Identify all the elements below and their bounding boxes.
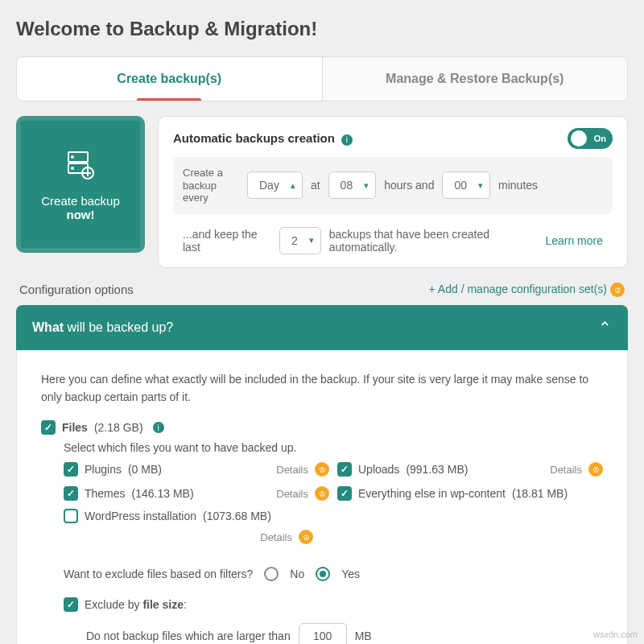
chevron-up-icon: ⌃	[598, 318, 612, 337]
wordpress-install-size: (1073.68 MB)	[203, 510, 271, 522]
learn-more-link[interactable]: Learn more	[545, 234, 603, 247]
files-size: (2.18 GB)	[94, 421, 143, 434]
chevron-down-icon: ▾	[478, 180, 483, 191]
wpcontent-else-size: (18.81 MB)	[512, 487, 568, 500]
create-backup-label-1: Create backup	[41, 194, 120, 208]
exclude-filters-question: Want to exclude files based on filters?	[64, 568, 253, 580]
plugins-details-link[interactable]: Details♔	[276, 462, 329, 477]
uploads-checkbox[interactable]	[337, 462, 352, 477]
filters-no-radio[interactable]	[264, 567, 279, 581]
info-icon[interactable]: i	[153, 422, 164, 433]
filters-yes-label: Yes	[341, 568, 360, 580]
themes-details-link[interactable]: Details♔	[276, 486, 329, 501]
plugins-checkbox[interactable]	[64, 462, 78, 477]
files-checkbox[interactable]	[41, 420, 56, 435]
chevron-down-icon: ▾	[309, 235, 314, 246]
exclude-rule-label: Do not backup files which are larger tha…	[86, 630, 291, 642]
crown-icon: ♔	[588, 462, 603, 477]
accordion-body: Here you can define what exactly will be…	[16, 350, 628, 644]
wpcontent-else-checkbox[interactable]	[337, 486, 352, 501]
chevron-up-icon: ▴	[291, 180, 295, 191]
hours-label: hours and	[384, 179, 434, 192]
chevron-down-icon: ▾	[364, 180, 369, 191]
wordpress-details-link[interactable]: Details♔	[260, 530, 313, 544]
period-select[interactable]: Day▴	[247, 171, 303, 199]
plugins-size: (0 MB)	[128, 463, 162, 476]
auto-backups-title: Automatic backups creation	[173, 131, 335, 145]
exclude-by-filesize-label: Exclude by file size:	[85, 598, 187, 611]
svg-point-2	[72, 156, 73, 158]
tab-create-backups[interactable]: Create backup(s)	[17, 57, 322, 101]
themes-label: Themes	[85, 487, 126, 500]
select-files-hint: Select which files you want to have back…	[64, 441, 603, 454]
themes-checkbox[interactable]	[64, 486, 78, 501]
crown-icon: ♔	[610, 283, 625, 297]
at-label: at	[311, 179, 320, 192]
wpcontent-else-label: Everything else in wp-content	[358, 487, 506, 500]
keep-count-select[interactable]: 2▾	[279, 227, 321, 254]
wordpress-install-checkbox[interactable]	[64, 509, 78, 523]
crown-icon: ♔	[299, 530, 313, 544]
watermark: wsxdn.com	[593, 630, 638, 639]
create-every-label: Create a backup every	[183, 167, 239, 204]
keep-last-pre: ...and keep the last	[183, 228, 271, 254]
uploads-size: (991.63 MB)	[406, 463, 468, 476]
exclude-unit-label: MB	[355, 630, 372, 642]
svg-point-3	[72, 167, 73, 169]
exclude-by-filesize-checkbox[interactable]	[64, 597, 78, 612]
configuration-options-label: Configuration options	[19, 283, 134, 297]
plugins-label: Plugins	[85, 463, 122, 476]
create-backup-now-button[interactable]: Create backup now!	[16, 116, 145, 253]
auto-backups-toggle[interactable]: On	[568, 128, 613, 149]
info-icon[interactable]: i	[341, 134, 353, 146]
filters-no-label: No	[290, 568, 304, 580]
add-configuration-link[interactable]: + Add / manage configuration set(s)♔	[429, 283, 625, 297]
automatic-backups-panel: Automatic backups creation i On Create a…	[158, 116, 628, 268]
tab-manage-restore[interactable]: Manage & Restore Backup(s)	[322, 57, 628, 101]
hours-select[interactable]: 08▾	[328, 171, 377, 199]
wordpress-install-label: WordPress installation	[85, 510, 196, 522]
themes-size: (146.13 MB)	[132, 487, 194, 500]
server-plus-icon	[62, 147, 99, 184]
accordion-intro: Here you can define what exactly will be…	[41, 371, 603, 406]
accordion-what-backed-up[interactable]: What will be backed up? ⌃	[16, 305, 628, 350]
uploads-details-link[interactable]: Details♔	[550, 462, 603, 477]
crown-icon: ♔	[315, 486, 329, 501]
files-label: Files	[62, 421, 88, 434]
page-title: Welcome to Backup & Migration!	[16, 0, 628, 56]
filters-yes-radio[interactable]	[316, 567, 330, 581]
minutes-select[interactable]: 00▾	[442, 171, 490, 199]
keep-last-post: backups that have been created automatic…	[329, 228, 538, 254]
main-tabs: Create backup(s) Manage & Restore Backup…	[16, 56, 628, 101]
uploads-label: Uploads	[358, 463, 399, 476]
exclude-size-input[interactable]: 100	[299, 623, 347, 644]
create-backup-label-2: now!	[67, 208, 95, 221]
crown-icon: ♔	[315, 462, 329, 477]
minutes-label: minutes	[498, 179, 538, 192]
